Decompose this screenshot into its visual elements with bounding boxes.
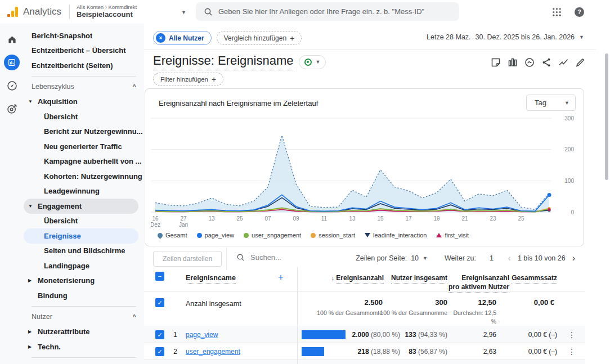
- sidebar-item-bindung[interactable]: Bindung: [24, 288, 144, 303]
- account-switcher[interactable]: Alls Konten › Kommdirekt Beispielaccount: [77, 5, 137, 20]
- nav-section-nutzer[interactable]: Nutzer^: [24, 309, 144, 325]
- account-caret-icon[interactable]: ▼: [181, 10, 186, 15]
- events-line-chart[interactable]: 010020030016Dez27Jan13250709111315171921…: [151, 115, 578, 230]
- select-all-checkbox[interactable]: −: [155, 272, 164, 281]
- legend-marker-icon: [197, 233, 202, 238]
- date-range-selector[interactable]: Letze 28 Maz. 30. Dez. 2025 bis 26. Jan.…: [427, 33, 584, 41]
- column-header-name[interactable]: Ereignisncame: [186, 274, 236, 284]
- nav-section-lebenszyklus[interactable]: Lebenszyklus^: [24, 79, 144, 95]
- column-header-per-user[interactable]: Ereignisanzahl pro aktivem Nutzer: [448, 274, 509, 293]
- svg-text:19: 19: [433, 215, 440, 222]
- add-filter-chip[interactable]: Filter hinzufügen +: [153, 73, 223, 86]
- report-status-pill[interactable]: ▼: [299, 55, 326, 69]
- rows-per-page[interactable]: Zeilen por Seite: 10 ▼: [356, 254, 428, 262]
- sidebar-item-label: Bericht-Snapshot: [24, 32, 92, 40]
- row-checkbox[interactable]: ✓: [155, 330, 164, 339]
- legend-item-page-view[interactable]: page_view: [197, 232, 235, 239]
- help-icon[interactable]: ?: [575, 7, 584, 17]
- legend-item-leadinfe-interaction[interactable]: leadinfe_interaction: [365, 232, 427, 239]
- chevron-down-icon: ▼: [28, 204, 33, 209]
- sidebar-item-engagement[interactable]: ▼Engagement: [24, 199, 138, 214]
- add-column-icon[interactable]: +: [278, 272, 284, 283]
- sidebar-item-bersicht[interactable]: Übersicht: [24, 109, 144, 124]
- sidebar-item-bericht-snapshot[interactable]: Bericht-Snapshot: [24, 28, 144, 43]
- column-header-events[interactable]: ↓Ereignisanzahl: [331, 274, 384, 284]
- row-menu-icon[interactable]: ⋮: [568, 330, 576, 339]
- breadcrumb: Alls Konten › Kommdirekt: [77, 5, 137, 11]
- sidebar-item-moneterisierung[interactable]: ▶Moneterisierung: [24, 273, 144, 289]
- sidebar-item-label: Echtzeitbericht – Übersicht: [24, 46, 126, 55]
- sidebar-item-echtzeitbericht-bersicht[interactable]: Echtzeitbericht – Übersicht: [24, 43, 144, 59]
- sidebar-item-bericht-zur-nutzergewinnu[interactable]: Bericht zur Nutzergewinnu...: [24, 124, 144, 140]
- analytics-logo[interactable]: Analytics: [0, 6, 61, 17]
- report-builder-icon[interactable]: [506, 56, 519, 69]
- insights-spark-icon[interactable]: [557, 56, 569, 69]
- add-comparison-chip[interactable]: Vergleich hinzufügen +: [217, 31, 302, 45]
- table-search[interactable]: Suchen...: [236, 253, 281, 262]
- sidebar-item-neu-generierter-traffic[interactable]: Neu generierter Traffic: [24, 139, 144, 154]
- all-users-chip[interactable]: × Alle Nutzer: [153, 31, 212, 45]
- events-table: − Ereignisncame + ↓Ereignisanzahl Nutzer…: [144, 267, 585, 364]
- column-header-users[interactable]: Nutzer insgesamt: [391, 274, 447, 284]
- granularity-select[interactable]: Tag ▼: [526, 95, 576, 111]
- nav-section-search-console[interactable]: Search Console^: [24, 361, 144, 364]
- legend-item-user-sngagement[interactable]: user_sngagement: [244, 232, 301, 239]
- toolbar-divider: [144, 50, 596, 50]
- sidebar-item-nutzerattribute[interactable]: ▶Nutzerattribute: [24, 325, 144, 340]
- sidebar-item-kampagne-auberhellt-von[interactable]: Kampagne auberhellt von ...: [24, 154, 144, 169]
- event-count-pct: (18,88 %): [369, 348, 400, 356]
- advertising-icon[interactable]: [4, 101, 20, 116]
- sidebar-item-leadgewinnung[interactable]: Leadgewinnung: [24, 184, 144, 199]
- table-row[interactable]: ✓2user_engagement218 (18,88 %)83 (56,87 …: [144, 343, 585, 359]
- legend-label: Gesamt: [165, 232, 187, 239]
- search-bar[interactable]: Geben Sie hier Ihr Anliegen oder Ihre Fr…: [196, 2, 459, 21]
- notes-icon[interactable]: [490, 56, 502, 69]
- event-count-bar: [302, 347, 324, 356]
- table-row[interactable]: ✓3: [144, 359, 585, 364]
- row-checkbox[interactable]: ✓: [155, 347, 164, 356]
- sidebar-item-akquisition[interactable]: ▼Akquisition: [24, 95, 144, 110]
- svg-text:25: 25: [236, 215, 243, 222]
- goto-page[interactable]: Weiter zu: 1: [445, 254, 494, 262]
- sidebar-item-seiten-und-bildschirme[interactable]: Seiten und Bildschirme: [24, 244, 144, 259]
- sidebar-item-landingpage[interactable]: Landingpage: [24, 258, 144, 273]
- insights-icon[interactable]: [523, 56, 536, 69]
- nav-divider: [24, 73, 144, 79]
- sidebar-item-kohorten-nutzergewinnung[interactable]: Kohorten: Nutzergewinnung: [24, 169, 144, 184]
- sidebar-item-techn[interactable]: ▶Techn.: [24, 339, 144, 354]
- sidebar-item-label: Landingpage: [24, 262, 89, 270]
- sidebar-item-echtzeitbericht-seiten[interactable]: Echtzeitbericht (Seiten): [24, 58, 144, 73]
- apps-grid-icon[interactable]: [549, 4, 564, 20]
- legend-item-session-start[interactable]: session_start: [311, 232, 355, 239]
- legend-item-first-visit[interactable]: first_visit: [436, 232, 469, 239]
- sidebar-item-ereignisse[interactable]: Ereignisse: [24, 228, 138, 244]
- sidebar-item-bersicht[interactable]: Übersicht: [24, 214, 144, 229]
- next-page-icon[interactable]: ›: [572, 253, 575, 263]
- row-menu-icon[interactable]: ⋮: [568, 347, 576, 356]
- column-header-revenue[interactable]: Gesammssatz: [512, 274, 557, 284]
- svg-text:21: 21: [461, 215, 468, 222]
- event-name-link[interactable]: page_view: [186, 331, 218, 339]
- per-user-value: 2,96: [483, 331, 496, 339]
- chevron-right-icon: ▶: [28, 278, 32, 283]
- page-scrollbar: [603, 31, 610, 364]
- show-rows-button[interactable]: Zeilen darstellen: [153, 251, 222, 267]
- svg-text:16: 16: [152, 215, 159, 222]
- scrollbar-thumb[interactable]: [605, 53, 608, 180]
- share-icon[interactable]: [540, 56, 553, 69]
- legend-marker-icon: [156, 232, 164, 239]
- remove-segment-icon[interactable]: ×: [156, 33, 165, 43]
- prev-page-icon[interactable]: ‹: [508, 253, 511, 263]
- legend-marker-icon: [244, 233, 249, 238]
- event-name-link[interactable]: user_engagement: [186, 348, 240, 356]
- edit-icon[interactable]: [574, 56, 586, 69]
- reports-icon[interactable]: [4, 55, 20, 70]
- explore-icon[interactable]: [4, 78, 20, 93]
- table-row[interactable]: ✓1page_view2.000 (80,00 %)133 (94,33 %)2…: [144, 326, 585, 343]
- legend-label: session_start: [319, 232, 355, 239]
- nav-section-label: Nutzer: [24, 313, 52, 321]
- legend-item-gesamt[interactable]: Gesamt: [158, 232, 187, 239]
- left-rail: [0, 24, 24, 364]
- home-icon[interactable]: [4, 32, 20, 47]
- totals-checkbox[interactable]: ✓: [155, 298, 164, 307]
